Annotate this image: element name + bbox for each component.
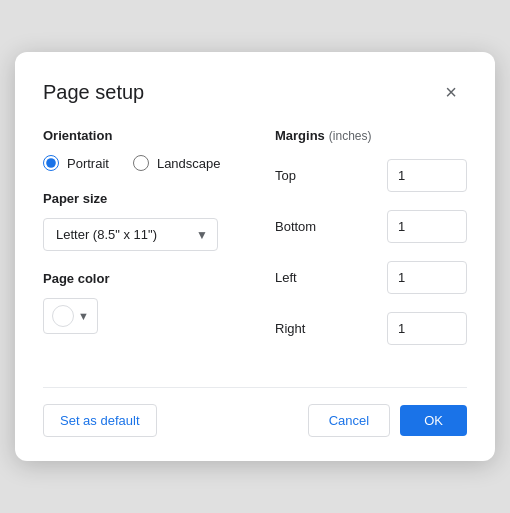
right-column: Margins (inches) Top Bottom Left Right <box>255 128 467 363</box>
portrait-label: Portrait <box>67 156 109 171</box>
left-column: Orientation Portrait Landscape Paper siz… <box>43 128 255 363</box>
page-color-section: Page color ▼ <box>43 271 235 334</box>
dialog-title: Page setup <box>43 81 144 104</box>
color-dropdown-icon: ▼ <box>78 310 89 322</box>
page-color-label: Page color <box>43 271 235 286</box>
portrait-option[interactable]: Portrait <box>43 155 109 171</box>
left-margin-input[interactable] <box>387 261 467 294</box>
margins-unit: (inches) <box>329 129 372 143</box>
right-margin-label: Right <box>275 321 335 336</box>
color-picker-button[interactable]: ▼ <box>43 298 98 334</box>
dialog-header: Page setup × <box>43 76 467 108</box>
color-picker: ▼ <box>43 298 235 334</box>
orientation-label: Orientation <box>43 128 235 143</box>
landscape-radio[interactable] <box>133 155 149 171</box>
left-margin-row: Left <box>275 261 467 294</box>
close-button[interactable]: × <box>435 76 467 108</box>
ok-button[interactable]: OK <box>400 405 467 436</box>
page-setup-dialog: Page setup × Orientation Portrait Landsc… <box>15 52 495 461</box>
bottom-margin-label: Bottom <box>275 219 335 234</box>
bottom-margin-row: Bottom <box>275 210 467 243</box>
bottom-margin-input[interactable] <box>387 210 467 243</box>
dialog-footer: Set as default Cancel OK <box>43 387 467 437</box>
landscape-option[interactable]: Landscape <box>133 155 221 171</box>
right-margin-row: Right <box>275 312 467 345</box>
left-margin-label: Left <box>275 270 335 285</box>
right-margin-input[interactable] <box>387 312 467 345</box>
orientation-options: Portrait Landscape <box>43 155 235 171</box>
paper-size-label: Paper size <box>43 191 235 206</box>
set-default-button[interactable]: Set as default <box>43 404 157 437</box>
landscape-label: Landscape <box>157 156 221 171</box>
paper-size-select[interactable]: Letter (8.5" x 11") A4 Legal Tabloid A3 … <box>43 218 218 251</box>
margins-title: Margins <box>275 128 325 143</box>
cancel-button[interactable]: Cancel <box>308 404 390 437</box>
top-margin-row: Top <box>275 159 467 192</box>
orientation-section: Orientation Portrait Landscape <box>43 128 235 171</box>
top-margin-label: Top <box>275 168 335 183</box>
paper-size-wrapper: Letter (8.5" x 11") A4 Legal Tabloid A3 … <box>43 218 218 251</box>
paper-size-section: Paper size Letter (8.5" x 11") A4 Legal … <box>43 191 235 251</box>
portrait-radio[interactable] <box>43 155 59 171</box>
dialog-content: Orientation Portrait Landscape Paper siz… <box>43 128 467 363</box>
top-margin-input[interactable] <box>387 159 467 192</box>
margins-header: Margins (inches) <box>275 128 467 143</box>
color-circle <box>52 305 74 327</box>
